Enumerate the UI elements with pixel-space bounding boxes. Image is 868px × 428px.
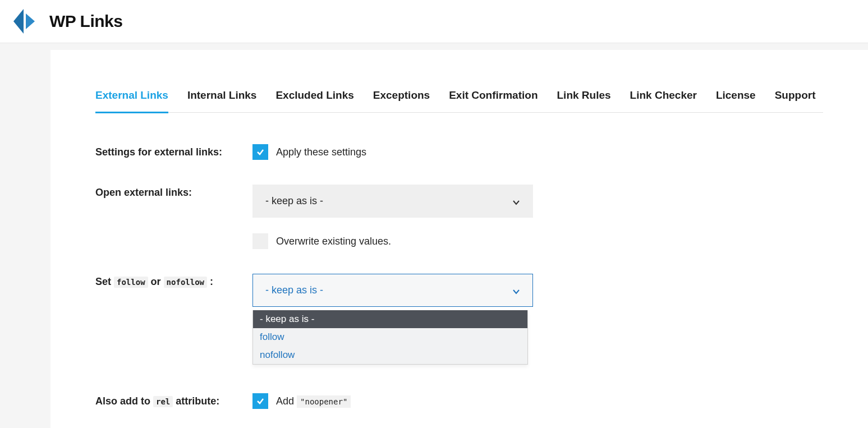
checkbox-noopener-box[interactable]	[252, 393, 268, 409]
checkbox-apply-settings-label: Apply these settings	[276, 146, 366, 158]
chevron-down-icon	[512, 287, 520, 294]
tab-license[interactable]: License	[716, 89, 756, 113]
logo: WP Links	[10, 7, 858, 36]
option-nofollow[interactable]: nofollow	[253, 346, 527, 364]
code-noopener: "noopener"	[297, 395, 351, 408]
row-apply-settings: Settings for external links: Apply these…	[95, 144, 823, 160]
label-follow: Set follow or nofollow :	[95, 274, 252, 288]
select-follow-value: - keep as is -	[265, 284, 323, 296]
logo-text: WP Links	[49, 12, 122, 31]
settings-panel: External Links Internal Links Excluded L…	[50, 50, 868, 428]
label-follow-post: :	[207, 276, 213, 287]
code-follow: follow	[114, 277, 148, 288]
label-rel: Also add to rel attribute:	[95, 393, 252, 407]
option-follow[interactable]: follow	[253, 328, 527, 346]
checkbox-apply-settings[interactable]: Apply these settings	[252, 144, 561, 160]
tab-exit-confirmation[interactable]: Exit Confirmation	[449, 89, 538, 113]
row-rel-attribute: Also add to rel attribute: Add "noopener…	[95, 393, 823, 409]
main-area: External Links Internal Links Excluded L…	[0, 43, 868, 428]
svg-marker-1	[26, 13, 35, 29]
app-header: WP Links	[0, 0, 868, 43]
code-rel: rel	[153, 396, 173, 407]
chevron-down-icon	[512, 197, 520, 205]
tab-internal-links[interactable]: Internal Links	[187, 89, 257, 113]
option-keep-as-is[interactable]: - keep as is -	[253, 310, 527, 328]
tab-support[interactable]: Support	[775, 89, 816, 113]
svg-marker-0	[13, 9, 24, 34]
label-rel-post: attribute:	[173, 395, 219, 407]
check-icon	[256, 397, 265, 406]
label-apply-settings: Settings for external links:	[95, 144, 252, 158]
checkbox-overwrite-box[interactable]	[252, 233, 268, 249]
tab-external-links[interactable]: External Links	[95, 89, 168, 113]
checkbox-apply-settings-box[interactable]	[252, 144, 268, 160]
select-open-links-value: - keep as is -	[265, 195, 323, 207]
select-open-links[interactable]: - keep as is -	[252, 185, 533, 218]
check-icon	[256, 148, 265, 157]
label-open-links: Open external links:	[95, 185, 252, 199]
tab-bar: External Links Internal Links Excluded L…	[95, 89, 823, 113]
checkbox-overwrite-label: Overwrite existing values.	[276, 236, 391, 247]
checkbox-noopener[interactable]: Add "noopener"	[252, 393, 561, 409]
label-follow-or: or	[148, 276, 164, 287]
tab-link-checker[interactable]: Link Checker	[630, 89, 697, 113]
row-follow: Set follow or nofollow : - keep as is - …	[95, 274, 823, 307]
checkbox-noopener-label: Add "noopener"	[276, 395, 351, 407]
row-open-links: Open external links: - keep as is - Over…	[95, 185, 823, 249]
logo-icon	[10, 7, 39, 36]
code-nofollow: nofollow	[164, 277, 207, 288]
label-rel-pre: Also add to	[95, 395, 153, 407]
tab-exceptions[interactable]: Exceptions	[373, 89, 430, 113]
tab-link-rules[interactable]: Link Rules	[557, 89, 611, 113]
label-follow-pre: Set	[95, 276, 114, 287]
select-follow[interactable]: - keep as is -	[252, 274, 533, 307]
rel-add-text: Add	[276, 395, 297, 407]
select-follow-dropdown: - keep as is - follow nofollow	[252, 310, 528, 365]
checkbox-overwrite[interactable]: Overwrite existing values.	[252, 233, 561, 249]
tab-excluded-links[interactable]: Excluded Links	[275, 89, 353, 113]
